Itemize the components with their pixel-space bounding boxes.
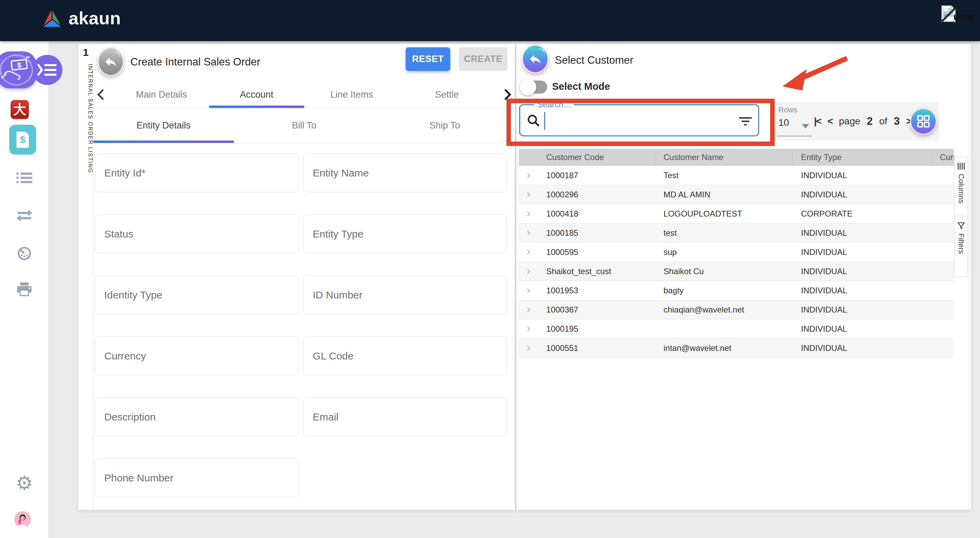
phone-number-field[interactable]: Phone Number (95, 459, 299, 497)
entity-id-field[interactable]: Entity Id* (95, 154, 299, 192)
row-expand-chevron-icon[interactable] (519, 229, 538, 237)
row-expand-chevron-icon[interactable] (519, 344, 538, 352)
back-button[interactable] (98, 47, 124, 76)
customer-back-button[interactable] (522, 44, 549, 73)
row-expand-chevron-icon[interactable] (519, 306, 538, 314)
chevron-left-icon (97, 89, 105, 101)
email-field[interactable]: Email (304, 397, 507, 436)
subtab-ship-to[interactable]: Ship To (374, 108, 515, 143)
sidebar-app-red-dai[interactable]: 大 (11, 100, 29, 119)
row-expand-chevron-icon[interactable] (519, 210, 538, 217)
cell-customer-name: chiaqian@wavelet.net (655, 305, 793, 314)
cell-entity-type: INDIVIDUAL (793, 228, 932, 238)
akaun-triangle-logo-icon (40, 8, 63, 29)
user-avatar-broken-image[interactable]: user (940, 5, 975, 23)
table-row[interactable]: 1000595 sup INDIVIDUAL (519, 243, 954, 262)
col-customer-code[interactable]: Customer Code (538, 151, 655, 163)
subtab-entity-details[interactable]: Entity Details (93, 108, 234, 143)
columns-label: Columns (957, 174, 966, 203)
cell-entity-type: INDIVIDUAL (793, 305, 932, 314)
columns-side-tab[interactable]: Columns (954, 157, 968, 215)
tab-main-details[interactable]: Main Details (114, 81, 209, 108)
grid-icon (917, 115, 930, 128)
sidebar-app-invoice[interactable]: $ (9, 125, 36, 154)
cell-entity-type: INDIVIDUAL (793, 248, 932, 257)
cell-customer-name: intan@wavelet.net (655, 343, 793, 353)
identity-type-field[interactable]: Identity Type (95, 276, 299, 314)
rows-per-page-select[interactable]: 10 (778, 117, 789, 128)
row-expand-chevron-icon[interactable] (519, 191, 538, 198)
gl-code-field[interactable]: GL Code (304, 336, 507, 375)
prev-page-button[interactable]: < (827, 116, 832, 127)
sidebar-item-print[interactable] (0, 282, 49, 297)
columns-icon (957, 162, 966, 170)
grid-view-button[interactable] (910, 108, 937, 135)
avatar-photo-icon (14, 511, 31, 528)
cell-customer-code: 1000195 (538, 324, 655, 334)
first-page-button[interactable]: |< (814, 116, 821, 127)
tabs-scroll-left[interactable] (93, 81, 108, 108)
table-row[interactable]: 1000296 MD AL AMIN INDIVIDUAL (519, 185, 954, 204)
select-customer-title: Select Customer (555, 54, 633, 67)
col-currency[interactable]: Curr (932, 151, 954, 163)
table-row[interactable]: 1000187 Test INDIVIDUAL (519, 166, 954, 185)
rows-dropdown-arrow-icon[interactable] (802, 124, 809, 129)
select-mode-toggle[interactable] (522, 81, 547, 94)
total-pages-number: 3 (894, 115, 899, 127)
left-sidebar: 大 $ (0, 41, 49, 538)
table-row[interactable]: 1001953 bagty INDIVIDUAL (519, 281, 954, 300)
profile-avatar[interactable] (14, 511, 31, 528)
cell-customer-code: Shaikot_test_cust (538, 267, 655, 276)
entity-name-field[interactable]: Entity Name (304, 154, 507, 192)
table-row[interactable]: 1000195 INDIVIDUAL (519, 319, 954, 338)
customer-table: Customer Code Customer Name Entity Type … (519, 149, 954, 358)
active-subtab-underline (93, 141, 234, 143)
filters-label: Filters (957, 233, 966, 254)
cell-customer-code: 1000551 (538, 343, 655, 353)
col-customer-name[interactable]: Customer Name (655, 151, 793, 163)
tab-line-items[interactable]: Line Items (304, 81, 399, 108)
toggle-knob (520, 79, 536, 95)
sidebar-item-list[interactable] (0, 172, 49, 184)
table-row[interactable]: 1000367 chiaqian@wavelet.net INDIVIDUAL (519, 300, 954, 319)
entity-type-field[interactable]: Entity Type (304, 214, 507, 253)
currency-field[interactable]: Currency (95, 336, 299, 375)
table-row[interactable]: 1000418 LOGOUPLOADTEST CORPORATE (519, 204, 954, 224)
row-expand-chevron-icon[interactable] (519, 248, 538, 256)
row-expand-chevron-icon[interactable] (519, 325, 538, 333)
sidebar-item-transfer[interactable] (0, 209, 49, 222)
sidebar-item-timer[interactable] (0, 245, 49, 260)
entity-form: Entity Id* Entity Name Status Entity Typ… (95, 154, 509, 497)
subtab-bill-to[interactable]: Bill To (234, 108, 374, 143)
tab-account[interactable]: Account (209, 81, 304, 108)
table-toolbar: Rows 10 |< < page 2 of 3 > >| (773, 102, 939, 141)
table-row[interactable]: 1000185 test INDIVIDUAL (519, 224, 954, 243)
id-number-field[interactable]: ID Number (304, 276, 507, 314)
table-row[interactable]: 1000551 intan@wavelet.net INDIVIDUAL (519, 338, 954, 358)
sidebar-item-settings[interactable]: ⚙ (0, 474, 49, 493)
create-button[interactable]: CREATE (459, 47, 508, 71)
tab-settle[interactable]: Settle (399, 81, 495, 108)
status-field[interactable]: Status (95, 214, 299, 253)
row-expand-chevron-icon[interactable] (519, 268, 538, 275)
panel-vertical-label: INTERNAL SALES ORDER LISTING (78, 64, 93, 173)
col-entity-type[interactable]: Entity Type (793, 151, 932, 163)
row-expand-chevron-icon[interactable] (519, 287, 538, 294)
rows-per-page-label: Rows (778, 106, 797, 114)
of-word: of (879, 116, 887, 127)
page-word: page (839, 116, 860, 127)
table-row[interactable]: Shaikot_test_cust Shaikot Cu INDIVIDUAL (519, 262, 954, 281)
cell-customer-name: test (655, 228, 793, 238)
list-icon (16, 172, 32, 184)
timer-icon (17, 245, 32, 260)
hand-money-icon: $ (2, 57, 30, 80)
cell-customer-name: MD AL AMIN (655, 190, 793, 200)
cell-customer-code: 1000187 (538, 171, 655, 180)
cell-customer-name: Shaikot Cu (655, 267, 793, 276)
filters-funnel-icon (957, 222, 966, 230)
akaun-logo[interactable]: akaun (40, 8, 121, 29)
description-field[interactable]: Description (95, 397, 299, 436)
reset-button[interactable]: RESET (406, 47, 450, 71)
row-expand-chevron-icon[interactable] (519, 172, 538, 179)
filters-side-tab[interactable]: Filters (954, 217, 968, 277)
